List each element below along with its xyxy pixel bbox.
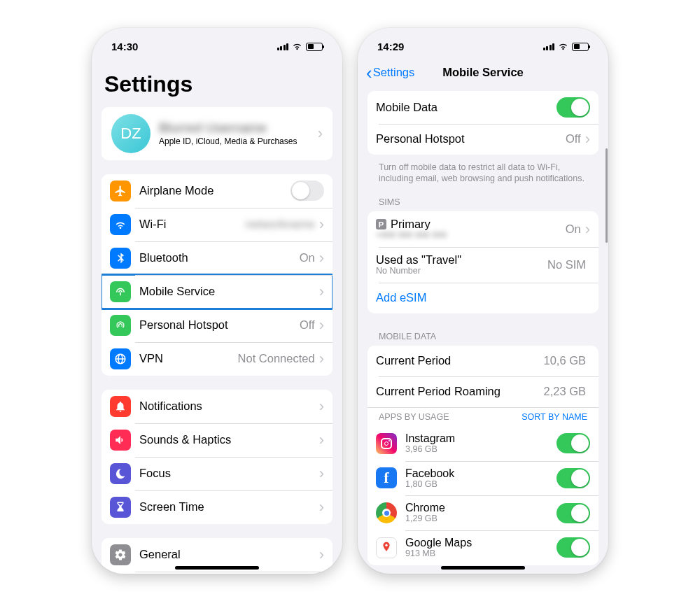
bt-icon	[110, 248, 131, 269]
nav-title: Mobile Service	[442, 66, 524, 79]
vpn-row[interactable]: VPNNot Connected›	[102, 342, 332, 376]
usage-row-1: Current Period Roaming2,23 GB	[368, 376, 598, 407]
sort-by-name-button[interactable]: SORT BY NAME	[522, 412, 587, 422]
notifications-label: Notifications	[139, 400, 315, 413]
chevron-right-icon: ›	[319, 431, 324, 449]
vpn-value: Not Connected	[238, 352, 315, 365]
notifications-row[interactable]: Notifications›	[102, 390, 332, 423]
apple-id-row[interactable]: DZ Blurred Username Apple ID, iCloud, Me…	[102, 107, 332, 160]
mobile-service-content[interactable]: Mobile DataPersonal HotspotOff› Turn off…	[358, 87, 608, 574]
mobiledata-row[interactable]: Mobile Data	[368, 91, 598, 124]
chevron-right-icon: ›	[319, 316, 324, 334]
vpn-label: VPN	[139, 352, 238, 365]
sims-group: PPrimary+000 000 000 000On›Used as "Trav…	[368, 211, 598, 313]
mobile-row[interactable]: Mobile Service›	[102, 275, 332, 309]
chevron-right-icon: ›	[585, 130, 590, 148]
mobile-data-footer: Turn off mobile data to restrict all dat…	[368, 157, 598, 185]
status-time: 14:30	[111, 41, 138, 52]
back-label: Settings	[373, 66, 415, 79]
mobiledata-label: Mobile Data	[376, 101, 556, 114]
bt-label: Bluetooth	[139, 251, 300, 264]
app-instagram-label: Instagram	[405, 432, 556, 445]
usage-label: Current Period Roaming	[376, 385, 543, 398]
nav-bar: ‹ Settings Mobile Service	[358, 59, 608, 87]
control-row[interactable]: Control Centre›	[102, 572, 332, 574]
hotspot-row[interactable]: Personal HotspotOff›	[368, 124, 598, 155]
chevron-right-icon: ›	[319, 498, 324, 516]
sim-travel-value: No SIM	[547, 258, 586, 271]
scroll-indicator[interactable]	[606, 148, 608, 243]
sim-addesim-label: Add eSIM	[376, 291, 590, 304]
chrome-icon	[376, 502, 397, 523]
airplane-row[interactable]: Airplane Mode	[102, 174, 332, 208]
hotspot-value: Off	[300, 318, 315, 332]
hotspot-label: Personal Hotspot	[376, 132, 566, 146]
sim-primary-label: PPrimary	[376, 218, 566, 231]
wifi-icon	[110, 214, 131, 235]
app-chrome-usage: 1,29 GB	[405, 514, 556, 524]
app-instagram-switch[interactable]	[556, 433, 590, 453]
chevron-right-icon: ›	[319, 249, 324, 267]
chevron-right-icon: ›	[585, 220, 590, 239]
hotspot-label: Personal Hotspot	[139, 318, 300, 332]
sim-primary-row[interactable]: PPrimary+000 000 000 000On›	[368, 211, 598, 247]
status-bar: 14:29	[358, 28, 608, 59]
sim-addesim-row[interactable]: Add eSIM	[368, 283, 598, 313]
app-chrome-row[interactable]: Chrome1,29 GB	[368, 495, 598, 530]
screentime-label: Screen Time	[139, 500, 315, 514]
wifi-icon	[558, 43, 568, 50]
app-facebook-switch[interactable]	[556, 468, 590, 488]
hotspot-row[interactable]: Personal HotspotOff›	[102, 309, 332, 342]
mobiledata-switch[interactable]	[556, 97, 590, 118]
general-label: General	[139, 548, 315, 561]
app-gmaps-switch[interactable]	[556, 537, 590, 558]
wifi-icon	[292, 43, 302, 50]
chevron-right-icon: ›	[319, 465, 324, 483]
screentime-row[interactable]: Screen Time›	[102, 490, 332, 524]
chevron-right-icon: ›	[318, 125, 323, 143]
cellular-icon	[277, 43, 289, 50]
airplane-switch[interactable]	[290, 181, 324, 201]
status-time: 14:29	[377, 41, 404, 52]
sims-header: SIMs	[368, 185, 598, 211]
app-chrome-switch[interactable]	[556, 503, 590, 523]
focus-label: Focus	[139, 467, 315, 480]
primary-badge-icon: P	[376, 219, 386, 229]
avatar: DZ	[111, 114, 150, 153]
sim-travel-label: Used as "Travel"	[376, 253, 547, 267]
chevron-right-icon: ›	[319, 350, 324, 368]
wifi-row[interactable]: Wi-Finetworkname›	[102, 208, 332, 241]
app-gmaps-row[interactable]: Google Maps913 MB	[368, 530, 598, 565]
sounds-icon	[110, 430, 131, 451]
page-title: Settings	[102, 59, 332, 107]
back-button[interactable]: ‹ Settings	[366, 64, 414, 82]
sim-travel-sub: No Number	[376, 267, 547, 276]
apps-section-header: APPS BY USAGE SORT BY NAME	[368, 407, 598, 426]
facebook-icon: f	[376, 467, 397, 488]
app-instagram-row[interactable]: Instagram3,96 GB	[368, 426, 598, 461]
sim-travel-row[interactable]: Used as "Travel"No NumberNo SIM	[368, 247, 598, 283]
mobile-icon	[110, 281, 131, 302]
bt-row[interactable]: BluetoothOn›	[102, 241, 332, 275]
instagram-icon	[376, 433, 397, 454]
focus-icon	[110, 463, 131, 484]
chevron-right-icon: ›	[319, 546, 324, 564]
airplane-label: Airplane Mode	[139, 184, 290, 197]
wifi-value: networkname	[246, 218, 315, 231]
sim-primary-sub: +000 000 000 000	[376, 231, 566, 241]
profile-card: DZ Blurred Username Apple ID, iCloud, Me…	[102, 107, 332, 160]
vpn-icon	[110, 348, 131, 369]
connectivity-group: Airplane ModeWi-Finetworkname›BluetoothO…	[102, 174, 332, 376]
usage-label: Current Period	[376, 354, 543, 367]
settings-content[interactable]: Settings DZ Blurred Username Apple ID, i…	[92, 59, 342, 574]
sounds-row[interactable]: Sounds & Haptics›	[102, 423, 332, 457]
home-indicator[interactable]	[441, 566, 525, 570]
status-bar: 14:30	[92, 28, 342, 59]
focus-row[interactable]: Focus›	[102, 457, 332, 490]
apps-by-usage-label: APPS BY USAGE	[379, 412, 449, 422]
hotspot-value: Off	[566, 132, 581, 146]
chevron-left-icon: ‹	[366, 64, 372, 82]
app-facebook-row[interactable]: f Facebook1,80 GB	[368, 461, 598, 496]
svg-point-0	[385, 544, 387, 546]
home-indicator[interactable]	[175, 566, 259, 570]
